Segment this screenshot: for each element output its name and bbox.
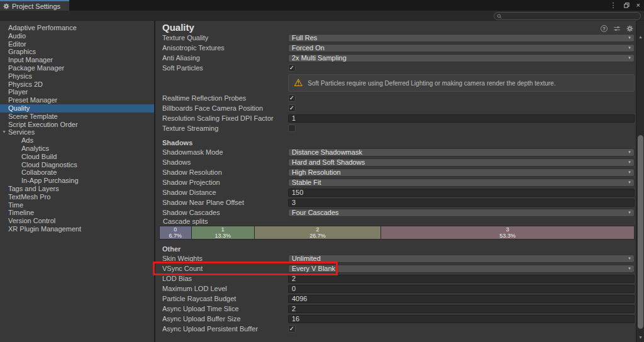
- realtime-reflection-probes-checkbox[interactable]: ✓: [288, 94, 296, 102]
- sidebar-item-label: Cloud Diagnostics: [21, 161, 77, 168]
- setting-label: Texture Quality: [162, 34, 288, 41]
- shadow-resolution-dropdown[interactable]: High Resolution▼: [288, 168, 635, 177]
- cascade-splits[interactable]: 06.7%113.3%226.7%353.3%: [159, 226, 635, 240]
- vsync-count-dropdown[interactable]: Every V Blank▼: [288, 265, 635, 273]
- setting-label: Texture Streaming: [162, 124, 288, 132]
- cascade-segment-3[interactable]: 353.3%: [381, 226, 634, 239]
- sidebar-item-scene-template[interactable]: Scene Template: [0, 113, 154, 121]
- sidebar-item-textmesh-pro[interactable]: TextMesh Pro: [0, 193, 154, 201]
- sidebar-item-cloud-diagnostics[interactable]: Cloud Diagnostics: [0, 161, 154, 169]
- lod-bias-field[interactable]: 2: [288, 275, 635, 283]
- soft-particles-checkbox[interactable]: ✓: [288, 64, 296, 72]
- sidebar-item-analytics[interactable]: Analytics: [0, 145, 154, 153]
- row-anisotropic-textures: Anisotropic TexturesForced On▼: [162, 43, 635, 53]
- sidebar-item-package-manager[interactable]: Package Manager: [0, 64, 154, 72]
- sidebar-item-time[interactable]: Time: [0, 201, 154, 209]
- scrollbar[interactable]: ▲ ▼: [636, 21, 644, 342]
- texture-quality-dropdown[interactable]: Full Res▼: [288, 34, 635, 42]
- sidebar-item-xr-plugin-management[interactable]: XR Plugin Management: [0, 225, 154, 233]
- cascade-segment-index: 1: [221, 226, 225, 233]
- sidebar-item-preset-manager[interactable]: Preset Manager: [0, 96, 154, 104]
- dropdown-value: Four Cascades: [292, 209, 339, 216]
- sidebar-item-quality[interactable]: Quality: [0, 104, 154, 113]
- row-shadow-near-plane-offset: Shadow Near Plane Offset3: [162, 197, 635, 207]
- sidebar-item-graphics[interactable]: Graphics: [0, 48, 154, 56]
- sidebar-item-label: Editor: [8, 40, 26, 48]
- search-box[interactable]: [494, 12, 641, 20]
- preset-icon[interactable]: [613, 25, 621, 32]
- help-icon[interactable]: ?: [601, 25, 608, 32]
- sidebar: Adaptive PerformanceAudioEditorGraphicsI…: [0, 21, 154, 342]
- sidebar-item-audio[interactable]: Audio: [0, 32, 154, 40]
- row-shadow-distance: Shadow Distance150: [162, 187, 635, 197]
- sidebar-item-in-app-purchasing[interactable]: In-App Purchasing: [0, 177, 154, 185]
- async-upload-persistent-buffer-checkbox[interactable]: ✓: [288, 325, 296, 333]
- shadow-projection-dropdown[interactable]: Stable Fit▼: [288, 179, 635, 187]
- billboards-face-camera-position-checkbox[interactable]: ✓: [288, 104, 296, 112]
- section-header-other: Other: [162, 245, 635, 253]
- dropdown-value: Full Res: [292, 34, 317, 41]
- shadowmask-mode-dropdown[interactable]: Distance Shadowmask▼: [288, 148, 635, 157]
- sidebar-item-input-manager[interactable]: Input Manager: [0, 56, 154, 64]
- cascade-segment-2[interactable]: 226.7%: [255, 226, 381, 239]
- anti-aliasing-dropdown[interactable]: 2x Multi Sampling▼: [288, 54, 635, 62]
- particle-raycast-budget-field[interactable]: 4096: [288, 295, 635, 303]
- scroll-down-icon[interactable]: ▼: [636, 335, 644, 339]
- sidebar-item-adaptive-performance[interactable]: Adaptive Performance: [0, 24, 154, 32]
- sidebar-item-label: Collaborate: [21, 168, 57, 176]
- sidebar-item-label: Player: [8, 88, 28, 96]
- sidebar-item-physics-2d[interactable]: Physics 2D: [0, 80, 154, 89]
- cascade-segment-0[interactable]: 06.7%: [160, 226, 192, 239]
- shadow-near-plane-offset-field[interactable]: 3: [288, 199, 635, 207]
- cascade-segment-1[interactable]: 113.3%: [192, 226, 255, 239]
- close-icon[interactable]: ×: [636, 2, 640, 9]
- texture-streaming-checkbox[interactable]: [288, 124, 296, 132]
- menu-icon[interactable]: ⋮: [610, 2, 617, 9]
- cascade-segment-index: 3: [506, 226, 509, 233]
- warning-text: Soft Particles require using Deferred Li…: [308, 80, 555, 87]
- page-title: Quality: [162, 22, 194, 33]
- shadow-cascades-dropdown[interactable]: Four Cascades▼: [288, 209, 635, 217]
- maximum-lod-level-field[interactable]: 0: [288, 285, 635, 293]
- sidebar-item-script-execution-order[interactable]: Script Execution Order: [0, 121, 154, 129]
- sidebar-item-physics[interactable]: Physics: [0, 72, 154, 80]
- sidebar-item-ads[interactable]: Ads: [0, 136, 154, 145]
- sidebar-item-collaborate[interactable]: Collaborate: [0, 168, 154, 177]
- anisotropic-textures-dropdown[interactable]: Forced On▼: [288, 44, 635, 52]
- sidebar-item-editor[interactable]: Editor: [0, 40, 154, 48]
- async-upload-buffer-size-field[interactable]: 16: [288, 315, 635, 323]
- search-input[interactable]: [504, 13, 638, 19]
- scrollbar-thumb[interactable]: [638, 135, 643, 329]
- disclosure-arrow-icon[interactable]: ▼: [2, 128, 6, 136]
- dropdown-value: Forced On: [292, 44, 325, 52]
- sidebar-item-label: Services: [8, 128, 35, 136]
- sidebar-item-label: TextMesh Pro: [8, 193, 50, 201]
- restore-window-icon[interactable]: [624, 3, 630, 8]
- sidebar-item-player[interactable]: Player: [0, 88, 154, 96]
- dropdown-arrow-icon: ▼: [628, 56, 631, 60]
- setting-label: Async Upload Time Slice: [162, 305, 288, 312]
- row-lod-bias: LOD Bias2: [162, 273, 635, 284]
- titlebar: Project Settings ⋮ ×: [0, 0, 644, 11]
- sidebar-item-label: Timeline: [8, 209, 34, 216]
- shadow-distance-field[interactable]: 150: [288, 189, 635, 197]
- shadows-dropdown[interactable]: Hard and Soft Shadows▼: [288, 158, 635, 167]
- sidebar-item-cloud-build[interactable]: Cloud Build: [0, 153, 154, 161]
- sidebar-item-version-control[interactable]: Version Control: [0, 217, 154, 225]
- cascade-segment-index: 2: [316, 226, 319, 233]
- sidebar-item-timeline[interactable]: Timeline: [0, 209, 154, 217]
- sidebar-item-label: Quality: [8, 104, 30, 112]
- sidebar-item-label: Preset Manager: [8, 96, 57, 104]
- cascade-segment-percent: 13.3%: [214, 233, 231, 239]
- sidebar-item-tags-and-layers[interactable]: Tags and Layers: [0, 185, 154, 193]
- sidebar-item-services[interactable]: ▼Services: [0, 128, 154, 136]
- gear-icon[interactable]: [626, 25, 633, 32]
- skin-weights-dropdown[interactable]: Unlimited▼: [288, 255, 635, 263]
- dropdown-arrow-icon: ▼: [628, 180, 631, 184]
- resolution-scaling-fixed-dpi-factor-field[interactable]: 1: [288, 114, 635, 123]
- tab-project-settings[interactable]: Project Settings: [0, 0, 69, 11]
- gear-icon: [3, 3, 9, 9]
- async-upload-time-slice-field[interactable]: 2: [288, 305, 635, 313]
- scroll-up-icon[interactable]: ▲: [636, 35, 644, 39]
- dropdown-arrow-icon: ▼: [628, 170, 631, 174]
